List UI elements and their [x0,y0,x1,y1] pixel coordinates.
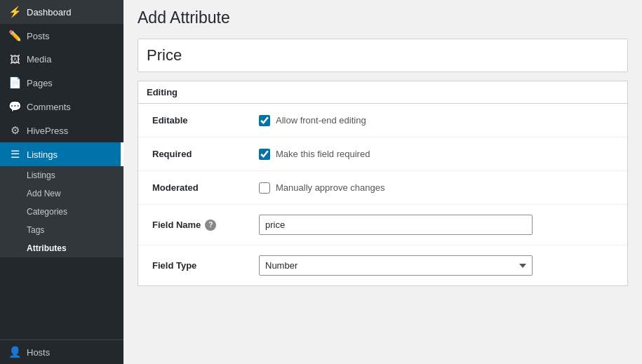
listings-icon: ☰ [8,148,21,161]
sidebar-item-label: Hosts [27,347,50,358]
field-name-td [250,205,627,245]
listings-submenu: Listings Add New Categories Tags Attribu… [0,166,123,257]
moderated-field: Manually approve changes [250,171,627,205]
editable-checkbox-label[interactable]: Allow front-end editing [259,115,619,126]
editable-checkbox[interactable] [259,115,270,126]
hosts-icon: 👤 [8,346,21,358]
editable-row: Editable Allow front-end editing [138,104,627,137]
sidebar-item-hivepress[interactable]: ⚙ HivePress [0,119,123,142]
sidebar-item-comments[interactable]: 💬 Comments [0,95,123,119]
field-name-label-cell: Field Name ? [138,205,250,245]
sidebar-item-label: Pages [27,78,53,88]
sidebar-subitem-tags[interactable]: Tags [0,221,123,239]
sidebar-footer: 👤 Hosts [0,339,123,364]
field-type-select[interactable]: Number Text Textarea Select Checkbox Dat… [259,255,533,276]
sidebar: ⚡ Dashboard ✏️ Posts 🖼 Media 📄 Pages 💬 C… [0,0,123,364]
sidebar-item-label: Comments [27,102,71,112]
sidebar-subitem-categories[interactable]: Categories [0,203,123,221]
attribute-name-input[interactable] [138,39,627,72]
field-name-input[interactable] [259,215,533,235]
page-title: Add Attribute [138,8,628,27]
media-icon: 🖼 [8,53,21,65]
pages-icon: 📄 [8,76,21,89]
field-name-label: Field Name [152,220,201,230]
editable-label: Editable [138,104,250,137]
required-checkbox-text: Make this field required [276,149,370,159]
sidebar-item-listings[interactable]: ☰ Listings [0,142,123,166]
sidebar-item-label: Dashboard [27,7,72,18]
moderated-checkbox-label[interactable]: Manually approve changes [259,182,619,194]
sidebar-subitem-attributes[interactable]: Attributes [0,239,123,257]
sidebar-item-posts[interactable]: ✏️ Posts [0,24,123,48]
sidebar-subitem-add-new[interactable]: Add New [0,184,123,203]
dashboard-icon: ⚡ [8,6,21,18]
field-name-row: Field Name ? [138,205,627,245]
sidebar-item-pages[interactable]: 📄 Pages [0,71,123,95]
required-field: Make this field required [250,137,627,171]
editing-form-table: Editable Allow front-end editing Require… [138,104,627,285]
editing-card-title: Editing [138,81,627,104]
field-type-row: Field Type Number Text Textarea Select C… [138,245,627,286]
required-checkbox-label[interactable]: Make this field required [259,149,619,160]
field-type-td: Number Text Textarea Select Checkbox Dat… [250,245,627,286]
comments-icon: 💬 [8,100,21,113]
moderated-label: Moderated [138,171,250,205]
help-icon[interactable]: ? [205,220,216,231]
moderated-checkbox[interactable] [259,182,270,194]
editable-checkbox-text: Allow front-end editing [276,115,366,126]
sidebar-item-media[interactable]: 🖼 Media [0,48,123,71]
attribute-name-wrap [138,39,628,72]
required-row: Required Make this field required [138,137,627,171]
sidebar-subitem-listings[interactable]: Listings [0,166,123,184]
field-type-label: Field Type [138,245,250,286]
main-content: Add Attribute Editing Editable Allow fro… [123,0,642,364]
moderated-row: Moderated Manually approve changes [138,171,627,205]
sidebar-item-label: HivePress [27,126,68,136]
sidebar-item-dashboard[interactable]: ⚡ Dashboard [0,0,123,24]
editable-field: Allow front-end editing [250,104,627,137]
posts-icon: ✏️ [8,29,21,42]
field-name-label-wrap: Field Name ? [152,220,242,231]
sidebar-item-label: Media [27,54,51,65]
moderated-checkbox-text: Manually approve changes [276,182,384,193]
editing-card: Editing Editable Allow front-end editing… [138,81,628,286]
sidebar-item-label: Posts [27,31,50,41]
sidebar-item-label: Listings [27,149,58,160]
required-checkbox[interactable] [259,149,270,160]
hivepress-icon: ⚙ [8,124,21,137]
sidebar-item-hosts[interactable]: 👤 Hosts [0,340,123,364]
required-label: Required [138,137,250,171]
